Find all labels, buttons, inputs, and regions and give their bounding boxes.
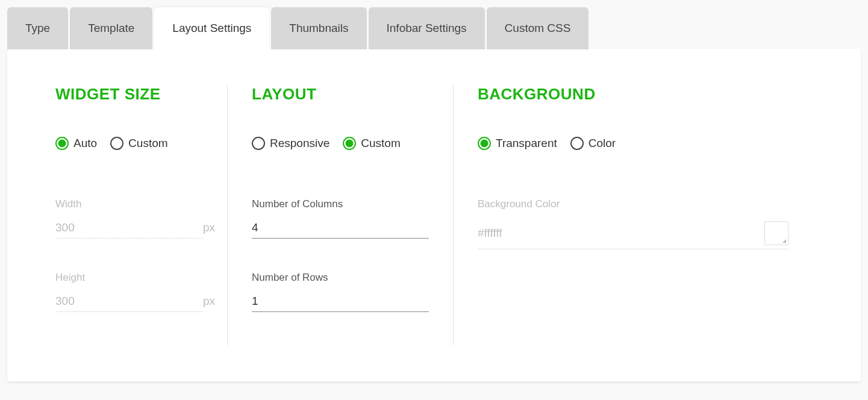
background-color-radio[interactable]: Color: [570, 137, 616, 150]
height-unit: px: [203, 295, 215, 308]
rows-label: Number of Rows: [252, 272, 429, 284]
radio-icon: [570, 137, 584, 150]
background-section: BACKGROUND Transparent Color Background …: [453, 85, 813, 345]
radio-icon: [478, 137, 491, 150]
width-label: Width: [55, 198, 203, 210]
layout-custom-radio[interactable]: Custom: [343, 137, 400, 150]
background-color-field: Background Color: [478, 198, 788, 249]
width-unit: px: [203, 221, 215, 234]
layout-section: LAYOUT Responsive Custom Number of Colum…: [227, 85, 453, 345]
background-transparent-radio[interactable]: Transparent: [478, 137, 557, 150]
tab-thumbnails[interactable]: Thumbnails: [271, 7, 366, 49]
radio-label: Custom: [361, 137, 400, 150]
radio-icon: [110, 137, 123, 150]
columns-field: Number of Columns: [252, 198, 429, 239]
background-color-label: Background Color: [478, 198, 788, 210]
radio-label: Color: [589, 137, 616, 150]
layout-radio-group: Responsive Custom: [252, 137, 429, 150]
tab-infobar-settings[interactable]: Infobar Settings: [369, 7, 485, 49]
tab-custom-css[interactable]: Custom CSS: [487, 7, 589, 49]
widget-size-radio-group: Auto Custom: [55, 137, 203, 150]
rows-input[interactable]: [252, 295, 429, 308]
height-label: Height: [55, 272, 203, 284]
rows-field: Number of Rows: [252, 272, 429, 312]
tabs: Type Template Layout Settings Thumbnails…: [7, 7, 861, 49]
radio-label: Auto: [73, 137, 97, 150]
tab-type[interactable]: Type: [7, 7, 68, 49]
height-field: Height px: [55, 272, 203, 312]
radio-label: Custom: [128, 137, 167, 150]
tab-layout-settings[interactable]: Layout Settings: [154, 7, 269, 49]
width-input: [55, 221, 198, 234]
radio-icon: [252, 137, 265, 150]
background-color-input: [478, 227, 760, 240]
tab-template[interactable]: Template: [70, 7, 152, 49]
settings-panel: WIDGET SIZE Auto Custom Width px: [7, 49, 861, 381]
width-field: Width px: [55, 198, 203, 239]
columns-input[interactable]: [252, 221, 429, 234]
widget-size-section: WIDGET SIZE Auto Custom Width px: [55, 85, 227, 345]
radio-icon: [343, 137, 356, 150]
color-swatch: [764, 221, 788, 245]
widget-size-auto-radio[interactable]: Auto: [55, 137, 97, 150]
background-radio-group: Transparent Color: [478, 137, 788, 150]
layout-responsive-radio[interactable]: Responsive: [252, 137, 329, 150]
radio-label: Transparent: [496, 137, 557, 150]
radio-icon: [55, 137, 69, 150]
background-title: BACKGROUND: [478, 85, 788, 104]
radio-label: Responsive: [270, 137, 329, 150]
height-input: [55, 295, 198, 308]
widget-size-custom-radio[interactable]: Custom: [110, 137, 167, 150]
columns-label: Number of Columns: [252, 198, 429, 210]
layout-title: LAYOUT: [252, 85, 429, 104]
widget-size-title: WIDGET SIZE: [55, 85, 203, 104]
